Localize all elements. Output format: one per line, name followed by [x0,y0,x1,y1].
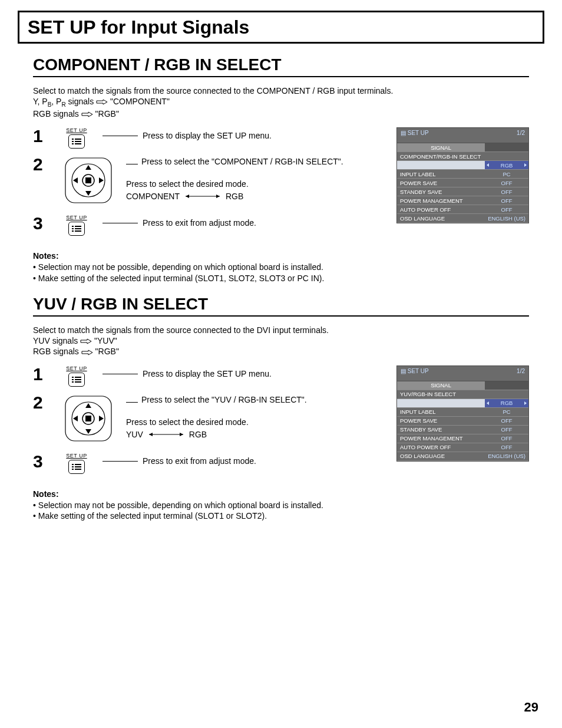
step-text: Press to display the SET UP menu. [143,367,272,378]
arrow-right-icon [80,338,92,344]
setup-button-icon: SET UP [59,453,94,474]
osd-row-highlighted: RGB [397,161,528,170]
step-text: Press to exit from adjust mode. [143,454,256,466]
svg-rect-11 [72,226,74,227]
page-number: 29 [524,700,538,715]
setup-button-icon: SET UP [59,365,94,387]
osd-menu: ▤ SET UP 1/2 SIGNAL COMPONENT/RGB-IN SEL… [396,127,529,223]
svg-rect-30 [72,466,74,467]
notes: Notes: Selection may not be possible, de… [33,251,529,284]
step-text: Press to select the "COMPONENT / RGB-IN … [141,157,343,166]
osd-row: SIGNAL [397,381,528,390]
svg-rect-14 [75,228,81,229]
page-title-frame: SET UP for Input Signals [18,11,544,44]
svg-rect-31 [75,466,81,467]
menu-icon [68,222,85,236]
joystick-icon [59,156,118,207]
leader-line [103,136,138,136]
intro-line: RGB signals "RGB" [33,108,529,119]
mode-switch: COMPONENT RGB [126,192,243,201]
svg-rect-29 [75,464,81,465]
arrow-right-icon [96,99,108,105]
intro-line: YUV signals "YUV" [33,335,529,346]
svg-rect-26 [85,416,91,421]
svg-rect-33 [75,469,81,470]
osd-page: 1/2 [517,130,525,136]
step-text: Press to select the desired mode. [126,417,386,427]
svg-rect-0 [72,139,74,140]
svg-rect-1 [75,139,81,140]
svg-rect-19 [72,379,74,380]
svg-rect-15 [72,230,74,232]
step-text: Press to display the SET UP menu. [143,129,272,140]
osd-row: AUTO POWER OFFOFF [397,205,528,214]
osd-row: POWER MANAGEMENTOFF [397,196,528,205]
step: 3 SET UP Press to exit from adjust mode. [33,453,386,474]
svg-rect-32 [72,469,74,470]
svg-rect-12 [75,226,81,227]
section-component-rgb: COMPONENT / RGB IN SELECT Select to matc… [18,55,544,295]
note-item: Make setting of the selected input termi… [33,273,529,284]
svg-rect-16 [75,230,81,232]
osd-row: POWER SAVEOFF [397,179,528,187]
intro-line: RGB signals "RGB" [33,346,529,357]
osd-row: COMPONENT/RGB-IN SELECT [397,152,528,161]
step-number: 3 [33,215,51,232]
step-text: Press to select the "YUV / RGB-IN SELECT… [141,395,307,404]
mode-switch: YUV RGB [126,430,207,439]
svg-rect-21 [72,381,74,383]
intro-line: Y, PB, PR signals "COMPONENT" [33,96,529,108]
menu-icon [68,460,85,474]
step: 3 SET UP Press to exit from adjust mode. [33,215,386,236]
note-item: Make setting of the selected input termi… [33,510,529,522]
osd-row: INPUT LABELPC [397,407,528,416]
steps-list: 1 SET UP Press to display the SET UP men… [33,365,386,481]
arrow-right-icon [81,350,93,355]
osd-row: YUV/RGB-IN SELECT [397,390,528,398]
svg-rect-28 [72,464,74,465]
osd-row: POWER SAVEOFF [397,416,528,425]
svg-rect-4 [72,143,74,144]
page-title: SET UP for Input Signals [28,17,249,38]
osd-table: SIGNAL YUV/RGB-IN SELECT RGB INPUT LABEL… [397,381,528,461]
arrow-right-icon [81,111,93,117]
osd-row: INPUT LABELPC [397,170,528,179]
steps-list: 1 SET UP Press to display the SET UP men… [33,127,386,243]
svg-rect-17 [72,377,74,378]
leader-line [103,223,138,223]
section-title: YUV / RGB IN SELECT [33,295,529,317]
intro-line: Select to match the signals from the sou… [33,85,529,96]
step-number: 2 [33,156,51,173]
list-icon: ▤ [401,130,406,136]
osd-row: SIGNAL [397,143,528,152]
step-text: Press to exit from adjust mode. [143,216,256,228]
osd-row: POWER MANAGEMENTOFF [397,434,528,443]
svg-rect-22 [75,381,81,383]
step: 1 SET UP Press to display the SET UP men… [33,127,386,149]
step-number: 1 [33,365,51,383]
setup-button-icon: SET UP [59,127,94,149]
osd-page: 1/2 [517,368,525,374]
osd-header: ▤ SET UP 1/2 [397,128,528,138]
step-number: 3 [33,453,51,470]
svg-rect-2 [72,141,74,142]
osd-row: OSD LANGUAGEENGLISH (US) [397,452,528,460]
svg-rect-9 [85,177,91,183]
step: 2 Press to select the "COMPONENT / RGB-I… [33,156,386,207]
intro-text: Select to match the signals from the sou… [33,85,529,119]
step-number: 1 [33,127,51,145]
svg-rect-18 [75,377,81,378]
osd-row: STANDBY SAVEOFF [397,425,528,434]
step-number: 2 [33,394,51,411]
osd-header: ▤ SET UP 1/2 [397,366,528,376]
setup-button-icon: SET UP [59,215,94,236]
section-yuv-rgb: YUV / RGB IN SELECT Select to match the … [18,295,544,532]
osd-table: SIGNAL COMPONENT/RGB-IN SELECT RGB INPUT… [397,143,528,223]
note-item: Selection may not be possible, depending… [33,500,529,511]
menu-icon [68,134,85,149]
step: 1 SET UP Press to display the SET UP men… [33,365,386,387]
svg-rect-20 [75,379,81,380]
svg-rect-3 [75,141,81,142]
intro-line: Select to match the signals from the sou… [33,325,529,335]
intro-text: Select to match the signals from the sou… [33,325,529,357]
